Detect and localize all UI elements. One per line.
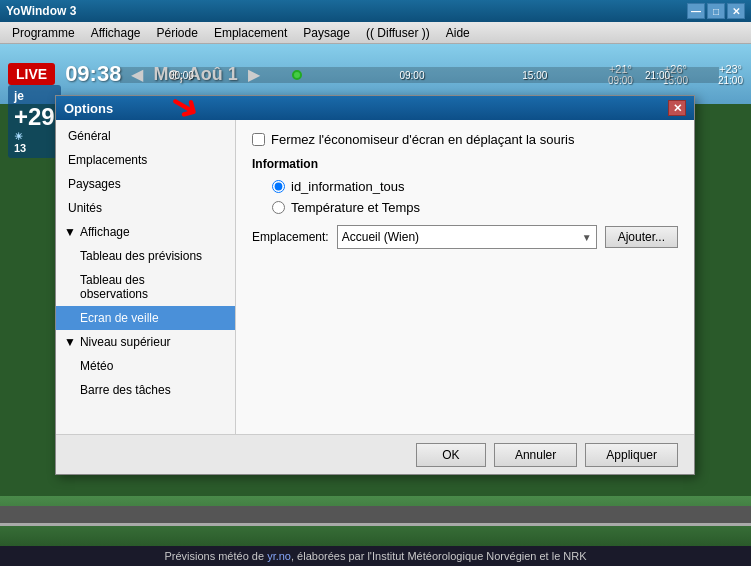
- time-3: 21:00: [718, 75, 743, 86]
- timeline-time-0: 00:00: [169, 70, 194, 81]
- dialog-footer: OK Annuler Appliquer: [56, 434, 694, 474]
- left-weather-panel: je +29 ☀ 13: [8, 85, 61, 158]
- dialog-titlebar: Options ✕: [56, 96, 694, 120]
- nav-tableau-previsions[interactable]: Tableau des prévisions: [56, 244, 235, 268]
- menu-aide[interactable]: Aide: [438, 24, 478, 42]
- close-button[interactable]: ✕: [727, 3, 745, 19]
- nav-emplacements[interactable]: Emplacements: [56, 148, 235, 172]
- app-title: YoWindow 3: [6, 4, 76, 18]
- menu-affichage[interactable]: Affichage: [83, 24, 149, 42]
- menu-periode[interactable]: Période: [149, 24, 206, 42]
- dialog-body: Général Emplacements Paysages Unités ▼ A…: [56, 120, 694, 434]
- dialog-close-button[interactable]: ✕: [668, 100, 686, 116]
- radio-label-2: Température et Temps: [291, 200, 420, 215]
- radio-label-1: id_information_tous: [291, 179, 404, 194]
- radio-row-2: Température et Temps: [252, 200, 678, 215]
- time-display: 09:38: [65, 61, 121, 87]
- nav-tableau-observations[interactable]: Tableau des observations: [56, 268, 235, 306]
- maximize-button[interactable]: □: [707, 3, 725, 19]
- dialog-title: Options: [64, 101, 113, 116]
- menubar: Programme Affichage Période Emplacement …: [0, 22, 751, 44]
- emplacement-row: Emplacement: Accueil (Wien) ▼ Ajouter...: [252, 225, 678, 249]
- timeline-bar: 00:00 09:00 15:00 21:00: [120, 67, 719, 83]
- annuler-button[interactable]: Annuler: [494, 443, 577, 467]
- yr-link[interactable]: yr.no: [267, 550, 291, 562]
- titlebar: YoWindow 3 — □ ✕: [0, 0, 751, 22]
- left-temp: +29: [14, 103, 55, 131]
- menu-diffuser[interactable]: (( Diffuser )): [358, 24, 438, 42]
- menu-programme[interactable]: Programme: [4, 24, 83, 42]
- chevron-down-icon-2: ▼: [64, 335, 76, 349]
- checkbox-row: Fermez l'économiseur d'écran en déplaçan…: [252, 132, 678, 147]
- temp-3: +23°: [719, 63, 742, 75]
- screensaver-checkbox[interactable]: [252, 133, 265, 146]
- ok-button[interactable]: OK: [416, 443, 486, 467]
- ajouter-button[interactable]: Ajouter...: [605, 226, 678, 248]
- dialog-nav: Général Emplacements Paysages Unités ▼ A…: [56, 120, 236, 434]
- radio-info-tous[interactable]: [272, 180, 285, 193]
- bottom-scene: [0, 496, 751, 546]
- timeline-dot: [292, 70, 302, 80]
- nav-paysages[interactable]: Paysages: [56, 172, 235, 196]
- left-day: je: [14, 89, 55, 103]
- nav-general[interactable]: Général: [56, 124, 235, 148]
- chevron-down-icon: ▼: [64, 225, 76, 239]
- nav-niveau-superieur[interactable]: ▼ Niveau supérieur: [56, 330, 235, 354]
- bottom-text: Prévisions météo de yr.no, élaborées par…: [164, 550, 586, 562]
- menu-paysage[interactable]: Paysage: [295, 24, 358, 42]
- dialog-content: Fermez l'économiseur d'écran en déplaçan…: [236, 120, 694, 434]
- nav-barre-taches[interactable]: Barre des tâches: [56, 378, 235, 402]
- info-section-label: Information: [252, 157, 678, 171]
- left-low: 13: [14, 142, 55, 154]
- timeline-time-3: 21:00: [645, 70, 670, 81]
- timeline-time-2: 15:00: [522, 70, 547, 81]
- options-dialog: Options ✕ Général Emplacements Paysages …: [55, 95, 695, 475]
- nav-meteo[interactable]: Météo: [56, 354, 235, 378]
- window-controls: — □ ✕: [687, 3, 745, 19]
- radio-temp-temps[interactable]: [272, 201, 285, 214]
- menu-emplacement[interactable]: Emplacement: [206, 24, 295, 42]
- live-badge: LIVE: [8, 63, 55, 85]
- left-icon: ☀: [14, 131, 55, 142]
- checkbox-label: Fermez l'économiseur d'écran en déplaçan…: [271, 132, 574, 147]
- nav-ecran-veille[interactable]: Ecran de veille: [56, 306, 235, 330]
- minimize-button[interactable]: —: [687, 3, 705, 19]
- timeline-time-1: 09:00: [399, 70, 424, 81]
- emplacement-label: Emplacement:: [252, 230, 329, 244]
- radio-row-1: id_information_tous: [252, 179, 678, 194]
- appliquer-button[interactable]: Appliquer: [585, 443, 678, 467]
- nav-affichage[interactable]: ▼ Affichage: [56, 220, 235, 244]
- select-arrow-icon: ▼: [582, 232, 592, 243]
- emplacement-select[interactable]: Accueil (Wien) ▼: [337, 225, 597, 249]
- emplacement-value: Accueil (Wien): [342, 230, 419, 244]
- nav-unites[interactable]: Unités: [56, 196, 235, 220]
- bottom-bar: Prévisions météo de yr.no, élaborées par…: [0, 546, 751, 566]
